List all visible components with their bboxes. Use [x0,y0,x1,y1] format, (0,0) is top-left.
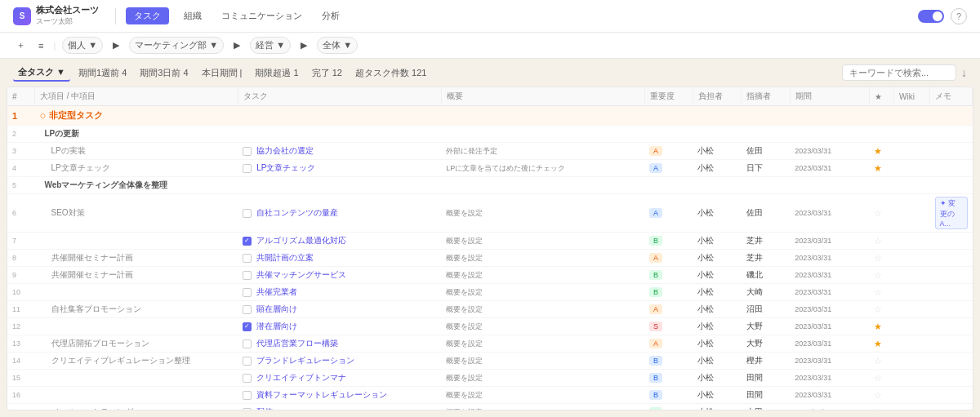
period-cell: 2023/03/31 [790,335,869,353]
tab-period1[interactable]: 期間1週前 4 [74,65,131,81]
task-checkbox[interactable] [243,164,252,173]
star-empty-icon: ☆ [874,287,882,297]
wiki-cell [893,250,929,267]
task-cell: 共開計画の立案 [238,250,441,267]
tab-super-tasks[interactable]: 超タスク件数 121 [350,65,431,81]
task-checkbox[interactable] [243,357,252,366]
assignee-cell: 小松 [693,404,741,411]
download-icon[interactable]: ↓ [961,66,967,79]
task-cell: 配信 [238,404,441,411]
task-checkbox[interactable] [243,209,252,218]
star-cell[interactable]: ☆ [869,284,893,301]
plus-icon: ＋ [16,39,25,51]
analysis-nav-link[interactable]: 分析 [317,8,345,24]
row-num: 3 [7,143,35,160]
task-checkbox[interactable] [243,391,252,400]
task-name[interactable]: 資料フォーマットレギュレーション [256,390,387,399]
star-cell[interactable]: ★ [869,143,893,160]
memo-cell [930,284,973,301]
toggle-switch[interactable] [918,10,944,23]
task-checkbox[interactable] [243,237,252,246]
task-name[interactable]: クリエイティブトンマナ [256,373,346,382]
star-cell[interactable]: ★ [869,318,893,335]
task-checkbox[interactable] [243,254,252,263]
add-button[interactable]: ＋ [13,38,29,53]
priority-cell: B [644,370,693,387]
star-cell[interactable]: ☆ [869,404,893,411]
table-row: 6 SEO対策 自社コンテンツの量産 概要を設定 A 小松 佐田 2023/03… [7,194,973,233]
star-cell[interactable]: ☆ [869,387,893,404]
task-cell: 代理店営業フロー構築 [238,335,441,353]
star-cell[interactable]: ☆ [869,353,893,370]
menu-button[interactable]: ≡ [35,39,47,52]
star-cell[interactable]: ★ [869,335,893,353]
star-cell[interactable]: ☆ [869,301,893,318]
priority-cell: A [644,301,693,318]
search-input[interactable] [842,64,956,81]
manager-cell: 大野 [742,335,790,353]
task-checkbox[interactable] [243,374,252,383]
star-empty-icon: ☆ [874,208,882,218]
manager-cell: 日下 [742,160,790,177]
major-cell: クリエイティブレギュレーション整理 [35,353,238,370]
star-cell[interactable]: ☆ [869,370,893,387]
wiki-cell [893,267,929,284]
star-empty-icon: ☆ [874,373,882,383]
summary-cell: 概要を設定 [441,284,644,301]
task-checkbox[interactable] [243,408,252,410]
star-cell[interactable]: ☆ [869,250,893,267]
personal-filter[interactable]: 個人 ▼ [62,37,103,54]
star-cell[interactable]: ☆ [869,233,893,250]
major-cell: メールマーケティング [35,404,238,411]
priority-cell: A [644,335,693,353]
task-checkbox[interactable] [243,147,252,156]
marketing-filter[interactable]: マーケティング部 ▼ [129,37,224,54]
task-checkbox[interactable] [243,288,252,297]
col-num: # [7,87,35,106]
task-name[interactable]: アルゴリズム最適化対応 [256,236,346,245]
row-num: 17 [7,404,35,411]
task-name[interactable]: 配信 [256,407,273,410]
star-cell[interactable]: ☆ [869,194,893,233]
task-name[interactable]: 共催マッチングサービス [256,270,346,279]
star-cell[interactable]: ★ [869,160,893,177]
tab-overdue[interactable]: 期限超過 1 [250,65,303,81]
tab-period3[interactable]: 期間3日前 4 [135,65,193,81]
task-checkbox[interactable] [243,322,252,331]
task-name[interactable]: 自社コンテンツの量産 [256,208,338,217]
period-cell: 2023/03/31 [790,284,869,301]
task-name[interactable]: ブランドレギュレーション [256,356,354,365]
star-cell[interactable]: ☆ [869,267,893,284]
manager-cell: 山田 [742,404,790,411]
task-name[interactable]: 代理店営業フロー構築 [256,339,338,348]
task-checkbox[interactable] [243,305,252,314]
mgmt-filter[interactable]: 経営 ▼ [250,37,291,54]
tab-complete[interactable]: 完了 12 [307,65,347,81]
task-name[interactable]: 共開計画の立案 [256,253,314,262]
separator: | [53,41,56,51]
task-name[interactable]: 共催完業者 [256,287,297,296]
table-row: 11 自社集客プロモーション 顕在層向け 概要を設定 A 小松 沼田 2023/… [7,301,973,318]
header: S 株式会社スーツ スーツ太郎 タスク 組織 コミュニケーション 分析 ? [0,0,980,33]
section-title-1: ○ 非定型タスク [35,106,973,126]
task-name[interactable]: 潜在層向け [256,322,297,330]
help-button[interactable]: ? [951,8,967,24]
row-num: 2 [7,126,35,143]
period-cell: 2023/03/31 [790,353,869,370]
memo-cell [930,160,973,177]
tab-all-tasks[interactable]: 全タスク ▼ [13,64,70,82]
task-checkbox[interactable] [243,339,252,348]
table-body: 1 ○ 非定型タスク 2 LPの更新 3 LPの実装 [7,106,973,411]
priority-cell: B [644,267,693,284]
task-name[interactable]: 顕在層向け [256,304,297,313]
task-checkbox[interactable] [243,271,252,280]
summary-cell: 概要を設定 [441,353,644,370]
org-nav-link[interactable]: 組織 [179,8,207,24]
all-filter[interactable]: 全体 ▼ [317,37,358,54]
task-name[interactable]: 協力会社の選定 [256,146,314,155]
tab-this-period[interactable]: 本日期間 | [197,65,247,81]
task-nav-button[interactable]: タスク [126,7,169,24]
memo-cell: ✦ 変更のA... [930,194,973,233]
task-name[interactable]: LP文章チェック [256,163,315,172]
comm-nav-link[interactable]: コミュニケーション [216,8,307,24]
